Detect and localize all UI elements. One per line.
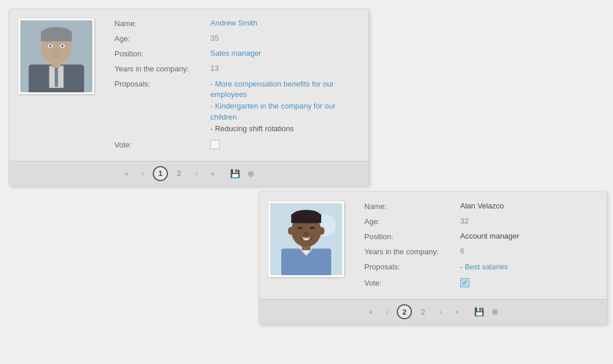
- card-1-footer: « ‹ 1 2 › » 💾 ⊗: [9, 161, 368, 186]
- card-1-photo: [19, 19, 94, 94]
- card-1-proposal-3: - Reducing shift rotations: [210, 124, 359, 134]
- card-2-vote-checkbox[interactable]: ✓: [460, 278, 469, 287]
- card-1-years-value: 13: [210, 64, 359, 73]
- card-2-first-btn[interactable]: «: [364, 305, 377, 318]
- card-2-years-label: Years in the company:: [364, 247, 460, 256]
- card-1-prev-btn[interactable]: ‹: [137, 167, 149, 180]
- svg-point-11: [62, 45, 64, 47]
- card-2-footer: « ‹ 2 2 › » 💾 ⊗: [259, 299, 607, 324]
- card-1-photo-area: [19, 19, 103, 155]
- card-2-proposals-label: Proposals:: [364, 262, 460, 271]
- card-2-years-value: 6: [460, 247, 597, 255]
- card-1-years-row: Years in the company: 13: [114, 64, 359, 73]
- card-1-page-1-btn[interactable]: 1: [153, 166, 168, 181]
- svg-point-19: [288, 227, 294, 235]
- svg-rect-18: [291, 214, 321, 223]
- svg-point-10: [49, 45, 52, 47]
- card-2-last-btn[interactable]: »: [450, 305, 463, 318]
- svg-rect-3: [55, 66, 58, 87]
- card-1-name-value: Andrew Smith: [210, 19, 359, 27]
- card-1-name-row: Name: Andrew Smith: [114, 19, 359, 28]
- card-2-name-label: Name:: [364, 201, 460, 211]
- card-1-vote-label: Vote:: [114, 140, 210, 149]
- card-2-photo-area: [268, 201, 353, 293]
- card-1-age-row: Age: 35: [114, 34, 359, 43]
- card-2-position-value: Account manager: [460, 232, 597, 240]
- card-2-info: Name: Alan Velazco Age: 32 Position: Acc…: [364, 201, 597, 293]
- card-2-page-total-btn: 2: [415, 304, 431, 319]
- card-2-page-current-btn[interactable]: 2: [397, 304, 412, 319]
- card-2-next-btn[interactable]: ›: [434, 305, 447, 318]
- card-1-next-btn[interactable]: ›: [190, 167, 203, 180]
- card-1-first-btn[interactable]: «: [120, 167, 133, 180]
- card-2-footer-icons: 💾 ⊗: [472, 305, 501, 318]
- card-1-last-btn[interactable]: »: [206, 167, 219, 180]
- card-2-proposals-list: - Best salaries: [460, 262, 508, 272]
- card-2-age-value: 32: [460, 217, 597, 225]
- card-2-body: Name: Alan Velazco Age: 32 Position: Acc…: [259, 192, 607, 299]
- card-2-years-row: Years in the company: 6: [364, 247, 597, 256]
- card-1-position-label: Position:: [114, 49, 210, 58]
- card-1-proposals-row: Proposals: - More compensation benefits …: [114, 79, 359, 134]
- card-1-vote-checkbox[interactable]: [210, 140, 220, 149]
- card-1-proposal-2: - Kindergarten in the company for our ch…: [210, 101, 359, 122]
- card-1-position-value: Sales manager: [210, 49, 359, 57]
- card-1-name-label: Name:: [114, 19, 210, 28]
- card-1-position-row: Position: Sales manager: [114, 49, 359, 58]
- svg-rect-7: [41, 31, 71, 41]
- card-1-years-label: Years in the company:: [114, 64, 210, 73]
- card-2-photo-svg: [270, 201, 342, 277]
- card-1-vote-row: Vote:: [114, 140, 359, 149]
- card-1-footer-icons: 💾 ⊗: [228, 167, 257, 180]
- card-1-cancel-icon[interactable]: ⊗: [245, 167, 257, 180]
- card-2-save-icon[interactable]: 💾: [472, 305, 485, 318]
- card-1-info: Name: Andrew Smith Age: 35 Position: Sal…: [114, 19, 359, 155]
- card-1-save-icon[interactable]: 💾: [228, 167, 241, 180]
- card-2-position-row: Position: Account manager: [364, 232, 597, 241]
- card-2-position-label: Position:: [364, 232, 460, 241]
- card-2-cancel-icon[interactable]: ⊗: [489, 305, 501, 318]
- card-2-age-row: Age: 32: [364, 217, 597, 226]
- card-1-photo-svg: [20, 19, 92, 94]
- card-2-photo: [268, 201, 344, 277]
- card-1-age-value: 35: [210, 34, 359, 42]
- card-2-name-value: Alan Velazco: [460, 201, 597, 210]
- card-2-proposal-1: - Best salaries: [460, 262, 508, 272]
- svg-point-21: [303, 232, 309, 237]
- card-2-proposals-row: Proposals: - Best salaries: [364, 262, 597, 272]
- card-2: Name: Alan Velazco Age: 32 Position: Acc…: [259, 192, 607, 325]
- card-1-proposals-label: Proposals:: [114, 79, 210, 88]
- card-1-age-label: Age:: [114, 34, 210, 43]
- card-2-name-row: Name: Alan Velazco: [364, 201, 597, 211]
- card-2-prev-btn[interactable]: ‹: [381, 305, 393, 318]
- card-2-age-label: Age:: [364, 217, 460, 226]
- card-1-proposals-list: - More compensation benefits for our emp…: [210, 79, 359, 134]
- svg-point-20: [319, 227, 325, 235]
- card-1-body: Name: Andrew Smith Age: 35 Position: Sal…: [9, 9, 368, 161]
- card-2-vote-label: Vote:: [364, 278, 460, 287]
- card-1-proposal-1: - More compensation benefits for our emp…: [210, 79, 359, 100]
- card-1: Name: Andrew Smith Age: 35 Position: Sal…: [9, 9, 369, 186]
- card-1-page-2-btn[interactable]: 2: [171, 166, 187, 181]
- card-2-vote-row: Vote: ✓: [364, 278, 597, 287]
